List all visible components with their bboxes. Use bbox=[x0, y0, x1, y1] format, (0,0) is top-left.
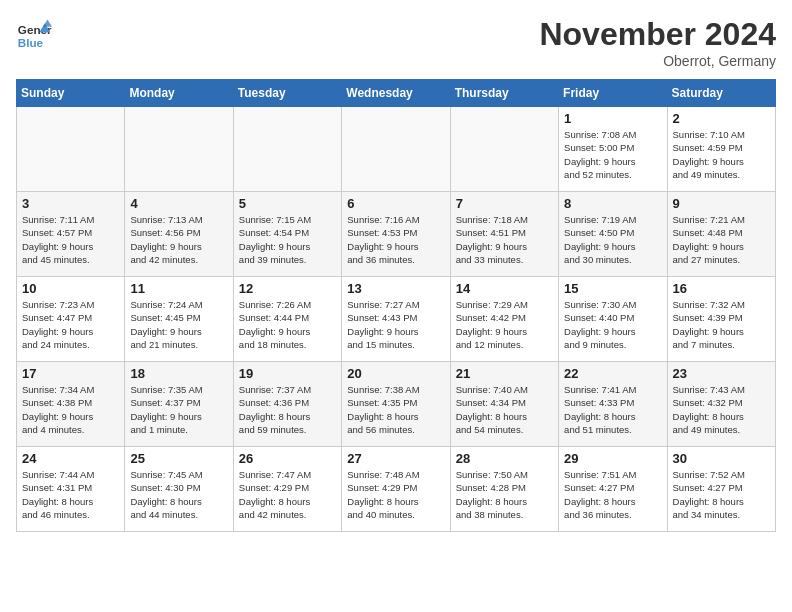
header-thursday: Thursday bbox=[450, 80, 558, 107]
day-number: 21 bbox=[456, 366, 553, 381]
calendar-cell: 6Sunrise: 7:16 AM Sunset: 4:53 PM Daylig… bbox=[342, 192, 450, 277]
calendar-cell: 29Sunrise: 7:51 AM Sunset: 4:27 PM Dayli… bbox=[559, 447, 667, 532]
calendar-cell: 13Sunrise: 7:27 AM Sunset: 4:43 PM Dayli… bbox=[342, 277, 450, 362]
day-info: Sunrise: 7:08 AM Sunset: 5:00 PM Dayligh… bbox=[564, 128, 661, 181]
day-info: Sunrise: 7:37 AM Sunset: 4:36 PM Dayligh… bbox=[239, 383, 336, 436]
svg-text:Blue: Blue bbox=[18, 36, 44, 49]
day-info: Sunrise: 7:41 AM Sunset: 4:33 PM Dayligh… bbox=[564, 383, 661, 436]
calendar-cell: 7Sunrise: 7:18 AM Sunset: 4:51 PM Daylig… bbox=[450, 192, 558, 277]
header-tuesday: Tuesday bbox=[233, 80, 341, 107]
day-number: 15 bbox=[564, 281, 661, 296]
calendar-cell: 11Sunrise: 7:24 AM Sunset: 4:45 PM Dayli… bbox=[125, 277, 233, 362]
day-number: 16 bbox=[673, 281, 770, 296]
day-number: 18 bbox=[130, 366, 227, 381]
day-number: 8 bbox=[564, 196, 661, 211]
day-info: Sunrise: 7:30 AM Sunset: 4:40 PM Dayligh… bbox=[564, 298, 661, 351]
day-info: Sunrise: 7:27 AM Sunset: 4:43 PM Dayligh… bbox=[347, 298, 444, 351]
day-number: 1 bbox=[564, 111, 661, 126]
day-info: Sunrise: 7:44 AM Sunset: 4:31 PM Dayligh… bbox=[22, 468, 119, 521]
page-header: General Blue November 2024 Oberrot, Germ… bbox=[16, 16, 776, 69]
day-number: 17 bbox=[22, 366, 119, 381]
header-sunday: Sunday bbox=[17, 80, 125, 107]
header-monday: Monday bbox=[125, 80, 233, 107]
day-number: 26 bbox=[239, 451, 336, 466]
day-number: 5 bbox=[239, 196, 336, 211]
calendar-cell: 24Sunrise: 7:44 AM Sunset: 4:31 PM Dayli… bbox=[17, 447, 125, 532]
day-info: Sunrise: 7:38 AM Sunset: 4:35 PM Dayligh… bbox=[347, 383, 444, 436]
calendar-week-2: 3Sunrise: 7:11 AM Sunset: 4:57 PM Daylig… bbox=[17, 192, 776, 277]
calendar-cell: 21Sunrise: 7:40 AM Sunset: 4:34 PM Dayli… bbox=[450, 362, 558, 447]
day-number: 7 bbox=[456, 196, 553, 211]
calendar-cell: 16Sunrise: 7:32 AM Sunset: 4:39 PM Dayli… bbox=[667, 277, 775, 362]
calendar-cell: 28Sunrise: 7:50 AM Sunset: 4:28 PM Dayli… bbox=[450, 447, 558, 532]
day-info: Sunrise: 7:32 AM Sunset: 4:39 PM Dayligh… bbox=[673, 298, 770, 351]
calendar-cell: 2Sunrise: 7:10 AM Sunset: 4:59 PM Daylig… bbox=[667, 107, 775, 192]
day-info: Sunrise: 7:13 AM Sunset: 4:56 PM Dayligh… bbox=[130, 213, 227, 266]
calendar-cell: 12Sunrise: 7:26 AM Sunset: 4:44 PM Dayli… bbox=[233, 277, 341, 362]
day-number: 9 bbox=[673, 196, 770, 211]
calendar-week-4: 17Sunrise: 7:34 AM Sunset: 4:38 PM Dayli… bbox=[17, 362, 776, 447]
calendar-cell: 22Sunrise: 7:41 AM Sunset: 4:33 PM Dayli… bbox=[559, 362, 667, 447]
day-info: Sunrise: 7:51 AM Sunset: 4:27 PM Dayligh… bbox=[564, 468, 661, 521]
logo: General Blue bbox=[16, 16, 52, 52]
day-info: Sunrise: 7:29 AM Sunset: 4:42 PM Dayligh… bbox=[456, 298, 553, 351]
calendar-cell bbox=[17, 107, 125, 192]
header-row: SundayMondayTuesdayWednesdayThursdayFrid… bbox=[17, 80, 776, 107]
day-info: Sunrise: 7:16 AM Sunset: 4:53 PM Dayligh… bbox=[347, 213, 444, 266]
calendar-cell: 27Sunrise: 7:48 AM Sunset: 4:29 PM Dayli… bbox=[342, 447, 450, 532]
day-info: Sunrise: 7:43 AM Sunset: 4:32 PM Dayligh… bbox=[673, 383, 770, 436]
title-block: November 2024 Oberrot, Germany bbox=[539, 16, 776, 69]
calendar-cell: 18Sunrise: 7:35 AM Sunset: 4:37 PM Dayli… bbox=[125, 362, 233, 447]
day-number: 24 bbox=[22, 451, 119, 466]
day-info: Sunrise: 7:40 AM Sunset: 4:34 PM Dayligh… bbox=[456, 383, 553, 436]
day-number: 14 bbox=[456, 281, 553, 296]
calendar-cell: 20Sunrise: 7:38 AM Sunset: 4:35 PM Dayli… bbox=[342, 362, 450, 447]
day-number: 2 bbox=[673, 111, 770, 126]
day-info: Sunrise: 7:11 AM Sunset: 4:57 PM Dayligh… bbox=[22, 213, 119, 266]
calendar-cell: 9Sunrise: 7:21 AM Sunset: 4:48 PM Daylig… bbox=[667, 192, 775, 277]
day-number: 19 bbox=[239, 366, 336, 381]
month-title: November 2024 bbox=[539, 16, 776, 53]
calendar-cell: 23Sunrise: 7:43 AM Sunset: 4:32 PM Dayli… bbox=[667, 362, 775, 447]
location: Oberrot, Germany bbox=[539, 53, 776, 69]
calendar-cell: 25Sunrise: 7:45 AM Sunset: 4:30 PM Dayli… bbox=[125, 447, 233, 532]
calendar-table: SundayMondayTuesdayWednesdayThursdayFrid… bbox=[16, 79, 776, 532]
logo-icon: General Blue bbox=[16, 16, 52, 52]
day-number: 13 bbox=[347, 281, 444, 296]
day-info: Sunrise: 7:10 AM Sunset: 4:59 PM Dayligh… bbox=[673, 128, 770, 181]
day-info: Sunrise: 7:18 AM Sunset: 4:51 PM Dayligh… bbox=[456, 213, 553, 266]
calendar-cell: 30Sunrise: 7:52 AM Sunset: 4:27 PM Dayli… bbox=[667, 447, 775, 532]
day-number: 6 bbox=[347, 196, 444, 211]
day-info: Sunrise: 7:34 AM Sunset: 4:38 PM Dayligh… bbox=[22, 383, 119, 436]
day-info: Sunrise: 7:35 AM Sunset: 4:37 PM Dayligh… bbox=[130, 383, 227, 436]
header-friday: Friday bbox=[559, 80, 667, 107]
day-info: Sunrise: 7:24 AM Sunset: 4:45 PM Dayligh… bbox=[130, 298, 227, 351]
header-wednesday: Wednesday bbox=[342, 80, 450, 107]
calendar-cell bbox=[450, 107, 558, 192]
header-saturday: Saturday bbox=[667, 80, 775, 107]
day-number: 27 bbox=[347, 451, 444, 466]
day-number: 28 bbox=[456, 451, 553, 466]
calendar-cell: 1Sunrise: 7:08 AM Sunset: 5:00 PM Daylig… bbox=[559, 107, 667, 192]
day-info: Sunrise: 7:23 AM Sunset: 4:47 PM Dayligh… bbox=[22, 298, 119, 351]
calendar-cell: 4Sunrise: 7:13 AM Sunset: 4:56 PM Daylig… bbox=[125, 192, 233, 277]
day-info: Sunrise: 7:48 AM Sunset: 4:29 PM Dayligh… bbox=[347, 468, 444, 521]
calendar-cell: 8Sunrise: 7:19 AM Sunset: 4:50 PM Daylig… bbox=[559, 192, 667, 277]
calendar-cell: 19Sunrise: 7:37 AM Sunset: 4:36 PM Dayli… bbox=[233, 362, 341, 447]
day-info: Sunrise: 7:52 AM Sunset: 4:27 PM Dayligh… bbox=[673, 468, 770, 521]
calendar-cell: 3Sunrise: 7:11 AM Sunset: 4:57 PM Daylig… bbox=[17, 192, 125, 277]
calendar-week-5: 24Sunrise: 7:44 AM Sunset: 4:31 PM Dayli… bbox=[17, 447, 776, 532]
day-number: 22 bbox=[564, 366, 661, 381]
day-info: Sunrise: 7:26 AM Sunset: 4:44 PM Dayligh… bbox=[239, 298, 336, 351]
day-info: Sunrise: 7:47 AM Sunset: 4:29 PM Dayligh… bbox=[239, 468, 336, 521]
day-info: Sunrise: 7:19 AM Sunset: 4:50 PM Dayligh… bbox=[564, 213, 661, 266]
day-info: Sunrise: 7:50 AM Sunset: 4:28 PM Dayligh… bbox=[456, 468, 553, 521]
day-number: 3 bbox=[22, 196, 119, 211]
calendar-cell bbox=[125, 107, 233, 192]
calendar-cell: 15Sunrise: 7:30 AM Sunset: 4:40 PM Dayli… bbox=[559, 277, 667, 362]
calendar-cell: 5Sunrise: 7:15 AM Sunset: 4:54 PM Daylig… bbox=[233, 192, 341, 277]
calendar-cell bbox=[342, 107, 450, 192]
calendar-cell: 14Sunrise: 7:29 AM Sunset: 4:42 PM Dayli… bbox=[450, 277, 558, 362]
day-number: 30 bbox=[673, 451, 770, 466]
calendar-cell: 10Sunrise: 7:23 AM Sunset: 4:47 PM Dayli… bbox=[17, 277, 125, 362]
